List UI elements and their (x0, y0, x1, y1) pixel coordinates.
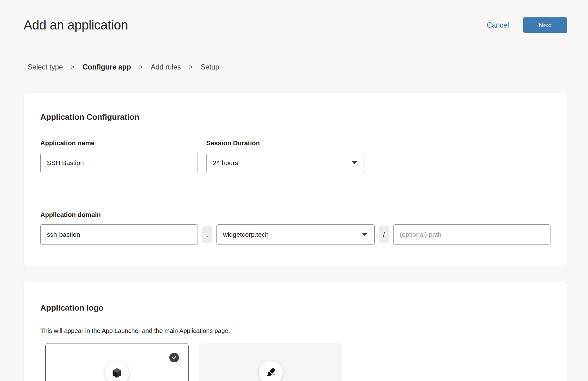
step-configure-app[interactable]: Configure app (82, 63, 131, 71)
page: Add an application Cancel Next Select ty… (24, 0, 567, 381)
paintbrush-icon (265, 367, 276, 378)
application-name-label: Application name (40, 139, 198, 147)
breadcrumb-separator: > (71, 64, 75, 71)
breadcrumb: Select type > Configure app > Add rules … (28, 63, 567, 71)
breadcrumb-separator: > (139, 64, 143, 71)
logo-description: This will appear in the App Launcher and… (40, 327, 550, 334)
selected-check-icon (169, 353, 179, 362)
step-select-type[interactable]: Select type (28, 63, 63, 71)
page-header: Add an application Cancel Next (24, 17, 567, 33)
header-actions: Cancel Next (487, 17, 567, 33)
application-domain-label: Application domain (40, 211, 550, 218)
session-duration-select[interactable]: 24 hours (206, 153, 364, 173)
step-setup[interactable]: Setup (201, 63, 219, 71)
application-logo-card: Application logo This will appear in the… (24, 282, 567, 381)
chevron-down-icon (352, 161, 357, 164)
default-logo-preview (105, 361, 129, 381)
application-name-field-group: Application name (40, 139, 198, 173)
domain-select-value: widgetcorp.tech (223, 231, 269, 238)
breadcrumb-separator: > (189, 64, 193, 71)
domain-select[interactable]: widgetcorp.tech (216, 224, 375, 245)
session-duration-value: 24 hours (213, 159, 238, 167)
logo-options (45, 343, 550, 381)
path-slash-separator: / (379, 226, 389, 243)
chevron-down-icon (362, 233, 368, 236)
next-button[interactable]: Next (523, 17, 567, 33)
section-title-application-logo: Application logo (40, 303, 550, 313)
cancel-button[interactable]: Cancel (487, 21, 509, 29)
name-session-row: Application name Session Duration 24 hou… (40, 139, 550, 173)
path-input[interactable] (393, 224, 550, 245)
domain-dot-separator: . (202, 226, 212, 243)
page-title: Add an application (24, 18, 128, 33)
application-domain-row: . widgetcorp.tech / (40, 224, 550, 245)
session-duration-label: Session Duration (206, 139, 364, 147)
session-duration-field-group: Session Duration 24 hours (206, 139, 364, 173)
cube-icon (111, 367, 122, 379)
section-title-application-configuration: Application Configuration (40, 113, 550, 122)
step-add-rules[interactable]: Add rules (151, 63, 181, 71)
application-configuration-card: Application Configuration Application na… (24, 93, 567, 266)
logo-option-default[interactable] (45, 343, 189, 381)
custom-logo-preview (259, 361, 283, 381)
application-domain-field-group: Application domain . widgetcorp.tech / (40, 211, 550, 245)
application-name-input[interactable] (40, 153, 198, 173)
subdomain-input[interactable] (40, 224, 198, 245)
logo-option-custom[interactable] (199, 343, 342, 381)
